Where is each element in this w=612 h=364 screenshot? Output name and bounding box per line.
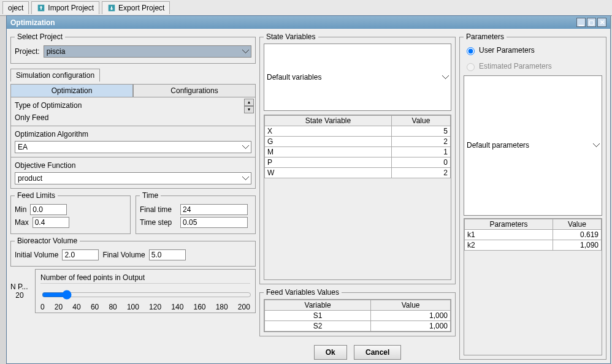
import-icon	[37, 4, 45, 12]
user-params-label: User Parameters	[479, 46, 535, 55]
algo-label: Optimization Algorithm	[15, 130, 251, 138]
titlebar[interactable]: Optimization ▁ ▢ ✕	[7, 16, 610, 29]
type-opt-label: Type of Optimization	[15, 101, 251, 110]
table-row[interactable]: k21,090	[465, 240, 602, 250]
time-step-label: Time step	[140, 218, 177, 227]
np-value: 20	[10, 291, 29, 300]
np-short-label: N P...	[10, 282, 31, 291]
table-row[interactable]: S21,000	[265, 321, 451, 332]
min-label: Min	[15, 205, 26, 214]
select-project-legend: Select Project	[15, 32, 65, 41]
feed-var-vals-group: Feed Variables Values Variable Value S11…	[259, 288, 456, 336]
max-input[interactable]	[33, 217, 69, 228]
state-vars-group: State Variables Default variables State …	[259, 32, 456, 284]
user-params-radio[interactable]	[467, 47, 475, 55]
tab-export-project[interactable]: Export Project	[102, 1, 170, 14]
est-params-label: Estimated Parameters	[479, 62, 552, 70]
feed-vars-table[interactable]: Variable Value S11,000S21,000	[264, 300, 451, 332]
parameters-group: Parameters User Parameters Estimated Par…	[459, 32, 606, 360]
final-vol-label: Final Volume	[102, 251, 145, 259]
algorithm-panel: Optimization Algorithm EA	[10, 126, 256, 157]
time-group: Time Final time Time step	[136, 191, 256, 234]
type-up-button[interactable]: ▴	[244, 99, 254, 106]
final-time-label: Final time	[140, 205, 177, 214]
state-vars-table[interactable]: State Variable Value X5G2M1P0W2	[264, 115, 451, 178]
objective-select[interactable]: product	[15, 172, 251, 184]
minimize-icon[interactable]: ▁	[576, 18, 586, 27]
bioreactor-group: Bioreactor Volume Initial Volume Final V…	[10, 237, 256, 267]
algorithm-select[interactable]: EA	[15, 141, 251, 153]
type-optimization-panel: Type of Optimization Only Feed ▴ ▾	[10, 97, 256, 126]
tab-project-partial[interactable]: oject	[2, 1, 29, 14]
tab-optimization[interactable]: Optimization	[10, 84, 133, 97]
max-label: Max	[15, 218, 29, 227]
tab-configurations[interactable]: Configurations	[133, 84, 256, 97]
slider-title: Number of feed points in Output	[40, 273, 250, 284]
final-vol-input[interactable]	[149, 249, 186, 260]
tab-import-project[interactable]: Import Project	[31, 1, 99, 14]
feed-points-slider[interactable]	[42, 290, 251, 300]
table-row[interactable]: P0	[265, 157, 451, 168]
state-vars-combo[interactable]: Default variables	[264, 44, 451, 111]
type-down-button[interactable]: ▾	[244, 106, 254, 113]
cancel-button[interactable]: Cancel	[354, 345, 401, 360]
time-step-input[interactable]	[180, 217, 248, 228]
min-input[interactable]	[30, 204, 67, 215]
init-vol-label: Initial Volume	[15, 251, 58, 259]
objective-label: Objective Function	[15, 161, 251, 170]
close-icon[interactable]: ✕	[597, 18, 606, 27]
table-row[interactable]: G2	[265, 137, 451, 147]
params-table[interactable]: Parameters Value k10.619k21,090	[464, 219, 602, 251]
table-row[interactable]: S11,000	[265, 311, 451, 321]
init-vol-input[interactable]	[62, 249, 99, 260]
window-title: Optimization	[10, 18, 55, 27]
est-params-radio	[467, 63, 475, 71]
export-icon	[107, 4, 116, 12]
table-row[interactable]: W2	[265, 168, 451, 178]
sim-config-strip: Simulation configuration	[10, 69, 100, 82]
select-project-group: Select Project Project: piscia	[10, 32, 256, 64]
project-label: Project:	[15, 47, 40, 56]
table-row[interactable]: X5	[265, 126, 451, 137]
app-toolbar: oject Import Project Export Project	[0, 0, 612, 16]
objective-panel: Objective Function product	[10, 157, 256, 189]
final-time-input[interactable]	[180, 204, 248, 215]
optimization-window: Optimization ▁ ▢ ✕ Select Project Projec…	[6, 15, 611, 364]
type-opt-value: Only Feed	[15, 113, 251, 122]
project-select[interactable]: piscia	[44, 45, 251, 58]
table-row[interactable]: M1	[265, 147, 451, 157]
params-combo[interactable]: Default parameters	[464, 75, 602, 216]
table-row[interactable]: k10.619	[465, 229, 602, 240]
maximize-icon[interactable]: ▢	[587, 18, 596, 27]
feed-limits-group: Feed Limits Min Max	[10, 191, 131, 234]
ok-button[interactable]: Ok	[314, 345, 347, 360]
